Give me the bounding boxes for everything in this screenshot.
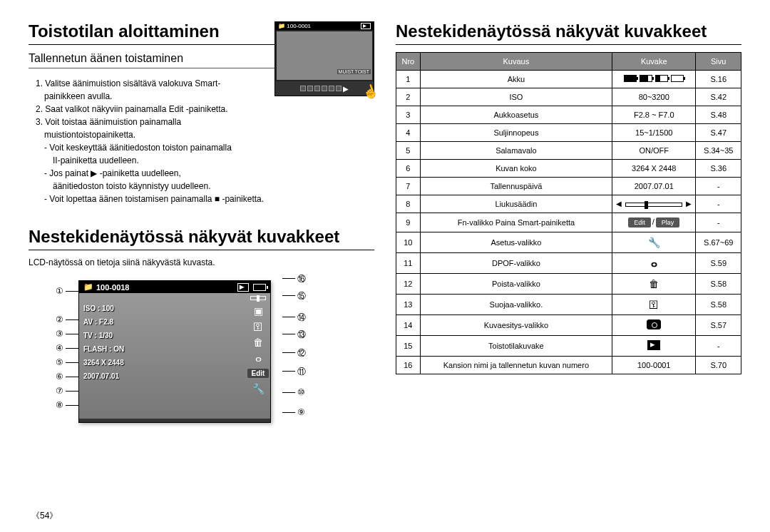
callout-13: ⑬ <box>296 329 307 341</box>
callout-15: ⑮ <box>296 290 307 302</box>
wrench-icon: 🔧 <box>252 384 265 394</box>
small-lcd-preview: 📁 100-0001 MUIST.TOIST ▶ ☝ <box>274 21 374 96</box>
instructions-list: 1. Valitse äänimuistion sisältävä valoku… <box>29 77 271 205</box>
size-value: 3264 X 2448 <box>83 356 243 369</box>
table-row: 3AukkoasetusF2.8 ~ F7.0S.48 <box>396 106 741 124</box>
date-value: 2007.07.01 <box>83 369 243 383</box>
edit-pill: Edit <box>628 218 651 227</box>
flash-value: FLASH : ON <box>83 342 243 356</box>
header-page: Sivu <box>696 53 741 71</box>
callout-7: ⑦ <box>54 386 65 396</box>
callout-11: ⑪ <box>296 366 307 378</box>
slider-icon <box>250 296 266 300</box>
callout-1: ① <box>54 286 65 296</box>
table-row: 10Asetus-valikko🔧S.67~69 <box>396 232 741 253</box>
table-row: 5SalamavaloON/OFFS.34~35 <box>396 142 741 160</box>
table-row: 16Kansion nimi ja tallennetun kuvan nume… <box>396 357 741 374</box>
folder-icon: 📁 100-0001 <box>278 23 311 29</box>
section-title-lcd-icons-left: Nestekidenäytössä näkyvät kuvakkeet <box>29 227 374 250</box>
table-row: 12Poista-valikko🗑S.58 <box>396 274 741 295</box>
section-title-lcd-icons-right: Nestekidenäytössä näkyvät kuvakkeet <box>396 21 741 45</box>
key-icon: ⚿ <box>649 299 659 310</box>
callout-6: ⑥ <box>54 372 65 382</box>
callout-3: ③ <box>54 329 65 339</box>
table-row: 11DPOF-valikkoⴰS.59 <box>396 253 741 274</box>
lcd-description: LCD-näytössä on tietoja siinä näkyvästä … <box>29 257 374 267</box>
trash-icon: 🗑 <box>253 337 263 347</box>
playback-icon <box>647 340 660 350</box>
folder-icon: 📁 <box>83 282 93 292</box>
dpof-icon: ⴰ <box>651 257 657 269</box>
callout-8: ⑧ <box>54 400 65 410</box>
header-desc: Kuvaus <box>420 53 612 71</box>
page-number: 《54》 <box>31 510 58 522</box>
lcd-diagram: ① ② ③ ④ ⑤ ⑥ ⑦ ⑧ ⑯ ⑮ ⑭ ⑬ ⑫ ⑪ ⑩ ⑨ <box>57 280 328 423</box>
header-icon: Kuvake <box>612 53 696 71</box>
av-value: AV : F2.8 <box>83 315 243 329</box>
table-row: 9Fn-valikko Paina Smart-painikettaEdit/P… <box>396 213 741 232</box>
callout-12: ⑫ <box>296 347 307 359</box>
camera-icon <box>647 319 661 329</box>
table-row: 13Suojaa-valikko.⚿S.58 <box>396 295 741 315</box>
callout-10: ⑩ <box>296 387 307 397</box>
table-row: 7Tallennuspäivä2007.07.01- <box>396 178 741 195</box>
battery-icon <box>253 284 266 291</box>
header-no: Nro <box>396 53 421 71</box>
callout-9: ⑨ <box>296 407 307 417</box>
callout-4: ④ <box>54 343 65 353</box>
dpof-icon: ⴰ <box>255 353 262 363</box>
edit-button: Edit <box>247 369 270 378</box>
slideshow-icon: ▣ <box>254 306 263 316</box>
playback-icon <box>237 283 249 292</box>
wrench-icon: 🔧 <box>648 237 660 248</box>
table-row: 4Suljinnopeus15~1/1500S.47 <box>396 124 741 142</box>
iso-value: ISO : 100 <box>83 302 243 315</box>
table-row: 2ISO80~3200S.42 <box>396 88 741 106</box>
folder-number: 100-0018 <box>96 283 130 292</box>
playback-icon <box>361 23 371 29</box>
trash-icon: 🗑 <box>649 278 659 290</box>
table-row: 6Kuvan koko3264 X 2448S.36 <box>396 160 741 178</box>
table-row: 1AkkuS.16 <box>396 71 741 88</box>
table-row: 8Liukusäädin- <box>396 195 741 213</box>
icon-reference-table: Nro Kuvaus Kuvake Sivu 1AkkuS.162ISO80~3… <box>396 52 741 374</box>
thumbnail-controls: ▶ <box>275 81 374 96</box>
callout-2: ② <box>54 314 65 324</box>
play-pill: Play <box>656 218 680 227</box>
memo-play-label: MUIST.TOIST <box>337 69 371 74</box>
key-icon: ⚿ <box>253 322 263 332</box>
callout-5: ⑤ <box>54 357 65 367</box>
callout-14: ⑭ <box>296 312 307 324</box>
table-row: 15Toistotilakuvake- <box>396 336 741 357</box>
callout-16: ⑯ <box>296 273 307 285</box>
table-row: 14Kuvaesitys-valikkoS.57 <box>396 315 741 336</box>
tv-value: TV : 1/30 <box>83 329 243 342</box>
